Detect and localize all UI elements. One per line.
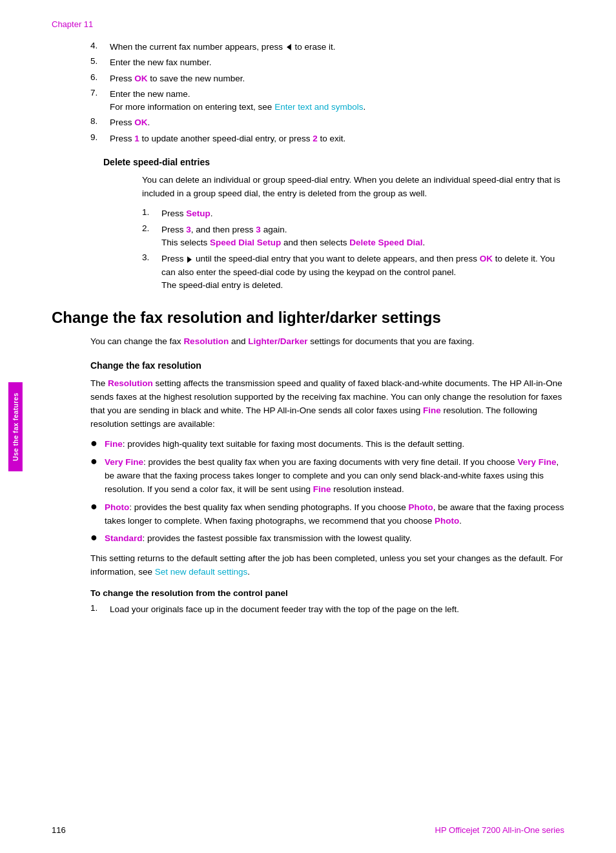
list-item: ● Very Fine: provides the best quality f… bbox=[90, 456, 564, 497]
footer-page-number: 116 bbox=[52, 825, 66, 835]
list-item: ● Fine: provides high-quality text suita… bbox=[90, 438, 564, 451]
list-item: 6. Press OK to save the new number. bbox=[52, 72, 564, 85]
fax-resolution-heading: Change the fax resolution bbox=[90, 360, 564, 371]
side-tab: Use the fax features bbox=[8, 382, 23, 471]
ok-label: OK bbox=[134, 74, 147, 83]
fax-resolution-section: Change the fax resolution The Resolution… bbox=[90, 360, 564, 616]
set-default-link[interactable]: Set new default settings bbox=[155, 567, 247, 577]
top-numbered-list: 4. When the current fax number appears, … bbox=[52, 41, 564, 145]
setup-link: Setup bbox=[186, 209, 210, 218]
delete-steps: 1. Press Setup. 2. Press 3, and then pre… bbox=[142, 207, 564, 293]
main-title-body: You can change the fax Resolution and Li… bbox=[90, 335, 564, 349]
list-item: 7. Enter the new name. For more informat… bbox=[52, 88, 564, 114]
list-item: 1. Load your originals face up in the do… bbox=[90, 603, 564, 616]
list-item: 9. Press 1 to update another speed-dial … bbox=[52, 132, 564, 145]
footer: 116 HP Officejet 7200 All-in-One series bbox=[52, 825, 564, 835]
after-bullets-text: This setting returns to the default sett… bbox=[90, 552, 564, 579]
delete-steps-list: 1. Press Setup. 2. Press 3, and then pre… bbox=[142, 207, 564, 293]
control-panel-steps: 1. Load your originals face up in the do… bbox=[90, 603, 564, 616]
main-title: Change the fax resolution and lighter/da… bbox=[52, 307, 564, 327]
list-item: 2. Press 3, and then press 3 again. This… bbox=[142, 223, 564, 250]
fax-resolution-body: The Resolution setting affects the trans… bbox=[90, 377, 564, 431]
enter-text-link[interactable]: Enter text and symbols bbox=[274, 102, 363, 112]
control-panel-heading: To change the resolution from the contro… bbox=[90, 588, 564, 598]
ok-label: OK bbox=[480, 254, 493, 263]
list-item: 5. Enter the new fax number. bbox=[52, 56, 564, 69]
chapter-label: Chapter 11 bbox=[52, 19, 564, 29]
delete-body: You can delete an individual or group sp… bbox=[142, 174, 564, 201]
list-item: ● Photo: provides the best quality fax w… bbox=[90, 501, 564, 528]
list-item: 1. Press Setup. bbox=[142, 207, 564, 220]
delete-heading: Delete speed-dial entries bbox=[103, 157, 564, 167]
list-item: ● Standard: provides the fastest possibl… bbox=[90, 532, 564, 546]
left-arrow-icon bbox=[287, 44, 291, 50]
list-item: 3. Press until the speed-dial entry that… bbox=[142, 252, 564, 292]
list-item: 4. When the current fax number appears, … bbox=[52, 41, 564, 54]
resolution-bullet-list: ● Fine: provides high-quality text suita… bbox=[90, 438, 564, 546]
footer-product-name: HP Officejet 7200 All-in-One series bbox=[435, 825, 564, 835]
list-item: 8. Press OK. bbox=[52, 116, 564, 129]
delete-section: Delete speed-dial entries You can delete… bbox=[52, 157, 564, 292]
page: Use the fax features Chapter 11 4. When … bbox=[0, 0, 616, 853]
right-arrow-icon bbox=[187, 256, 192, 263]
ok-label: OK bbox=[134, 118, 147, 127]
